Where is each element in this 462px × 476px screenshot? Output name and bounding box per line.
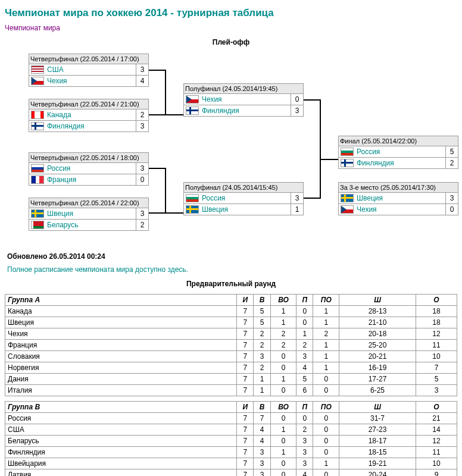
bracket: Четвертьфинал (22.05.2014 / 17:00) США3 … bbox=[5, 52, 457, 249]
flag-icon bbox=[186, 205, 199, 214]
team-name: Словакия bbox=[5, 351, 237, 362]
cell-pts: 11 bbox=[416, 340, 457, 351]
cell-lo: 1 bbox=[313, 317, 339, 328]
final: Финал (25.05.2014/22:00) Россия5 Финлянд… bbox=[338, 136, 458, 169]
cell-pts: 9 bbox=[416, 469, 457, 477]
table-row: Норвегия7204116-197 bbox=[5, 362, 457, 374]
score: 3 bbox=[291, 105, 303, 116]
cell-l: 3 bbox=[296, 351, 313, 362]
table-row: США7412027-2314 bbox=[5, 424, 457, 436]
team-link[interactable]: Чехия bbox=[201, 94, 291, 105]
team-link[interactable]: Швеция bbox=[46, 208, 136, 219]
table-row: Швейцария7303119-2110 bbox=[5, 458, 457, 469]
cell-wo: 0 bbox=[270, 351, 296, 362]
cell-g: 7 bbox=[237, 413, 254, 424]
cell-lo: 1 bbox=[313, 458, 339, 469]
col-w: В bbox=[254, 295, 271, 306]
team-link[interactable]: Беларусь bbox=[46, 220, 136, 230]
cell-lo: 1 bbox=[313, 362, 339, 374]
flag-icon bbox=[31, 221, 44, 229]
cell-g: 7 bbox=[237, 328, 254, 340]
team-link[interactable]: Россия bbox=[46, 163, 136, 174]
match-header: Полуфинал (24.05.2014/19:45) bbox=[184, 84, 303, 94]
cell-lo: 1 bbox=[313, 306, 339, 317]
cell-wo: 0 bbox=[270, 458, 296, 469]
updated-text: Обновлено 26.05.2014 00:24 bbox=[7, 252, 457, 261]
cell-g: 7 bbox=[237, 469, 254, 477]
group-b-table: Группа B И В ВО П ПО Ш О Россия7700031-7… bbox=[5, 401, 457, 476]
cell-gd: 28-13 bbox=[339, 306, 416, 317]
match-header: Финал (25.05.2014/22:00) bbox=[339, 136, 458, 146]
cell-l: 2 bbox=[296, 340, 313, 351]
cell-pts: 5 bbox=[416, 374, 457, 385]
cell-w: 3 bbox=[254, 458, 271, 469]
score: 1 bbox=[291, 204, 303, 215]
cell-pts: 3 bbox=[416, 385, 457, 396]
flag-icon bbox=[31, 209, 44, 218]
cell-gd: 20-18 bbox=[339, 328, 416, 340]
cell-gd: 31-7 bbox=[339, 413, 416, 424]
team-name: США bbox=[5, 424, 237, 436]
team-name: Россия bbox=[5, 413, 237, 424]
flag-icon bbox=[341, 205, 354, 214]
cell-gd: 16-19 bbox=[339, 362, 416, 374]
cell-w: 5 bbox=[254, 306, 271, 317]
cell-pts: 11 bbox=[416, 447, 457, 458]
cell-pts: 7 bbox=[416, 362, 457, 374]
team-name: Финляндия bbox=[5, 447, 237, 458]
team-link[interactable]: Финляндия bbox=[355, 158, 445, 168]
flag-icon bbox=[186, 107, 199, 115]
cell-wo: 2 bbox=[270, 340, 296, 351]
cell-wo: 0 bbox=[270, 385, 296, 396]
cell-l: 4 bbox=[296, 469, 313, 477]
quarterfinal-4: Четвертьфинал (22.05.2014 / 22:00) Швеци… bbox=[29, 198, 149, 231]
playoff-heading: Плей-офф bbox=[5, 38, 457, 46]
team-name: Чехия bbox=[5, 328, 237, 340]
match-header: Четвертьфинал (22.05.2014 / 18:00) bbox=[29, 153, 148, 163]
cell-wo: 1 bbox=[270, 374, 296, 385]
team-link[interactable]: Франция bbox=[46, 174, 136, 185]
col-l: П bbox=[296, 402, 313, 413]
team-name: Швеция bbox=[5, 317, 237, 328]
col-pts: О bbox=[416, 295, 457, 306]
team-link[interactable]: Чехия bbox=[355, 204, 445, 215]
match-header: Полуфинал (24.05.2014/15:45) bbox=[184, 183, 303, 193]
cell-l: 4 bbox=[296, 362, 313, 374]
col-w: В bbox=[254, 402, 271, 413]
team-link[interactable]: Россия bbox=[355, 146, 445, 157]
cell-gd: 19-21 bbox=[339, 458, 416, 469]
cell-w: 1 bbox=[254, 374, 271, 385]
table-row: Швеция7510121-1018 bbox=[5, 317, 457, 328]
score: 2 bbox=[136, 220, 148, 230]
quarterfinal-2: Четвертьфинал (22.05.2014 / 21:00) Канад… bbox=[29, 99, 149, 132]
team-link[interactable]: Швеция bbox=[355, 193, 445, 203]
team-link[interactable]: Финляндия bbox=[201, 105, 291, 116]
cell-wo: 1 bbox=[270, 447, 296, 458]
cell-w: 2 bbox=[254, 362, 271, 374]
table-row: Беларусь7403018-1712 bbox=[5, 436, 457, 447]
cell-g: 7 bbox=[237, 436, 254, 447]
cell-gd: 21-10 bbox=[339, 317, 416, 328]
team-link[interactable]: Швеция bbox=[201, 204, 291, 215]
team-link[interactable]: Чехия bbox=[46, 76, 136, 86]
team-name: Латвия bbox=[5, 469, 237, 477]
team-link[interactable]: США bbox=[46, 64, 136, 75]
cell-wo: 1 bbox=[270, 306, 296, 317]
cell-gd: 17-27 bbox=[339, 374, 416, 385]
team-link[interactable]: Россия bbox=[201, 193, 291, 203]
cell-g: 7 bbox=[237, 317, 254, 328]
team-link[interactable]: Финляндия bbox=[46, 121, 136, 131]
cell-lo: 0 bbox=[313, 447, 339, 458]
cell-lo: 0 bbox=[313, 413, 339, 424]
cell-pts: 14 bbox=[416, 424, 457, 436]
cell-lo: 1 bbox=[313, 351, 339, 362]
match-header: Четвертьфинал (22.05.2014 / 22:00) bbox=[29, 198, 148, 208]
cell-l: 1 bbox=[296, 328, 313, 340]
team-link[interactable]: Канада bbox=[46, 109, 136, 120]
cell-w: 4 bbox=[254, 424, 271, 436]
match-header: Четвертьфинал (22.05.2014 / 21:00) bbox=[29, 99, 148, 109]
score: 0 bbox=[445, 204, 458, 215]
schedule-link[interactable]: Полное расписание чемпионата мира доступ… bbox=[7, 265, 457, 274]
cell-pts: 21 bbox=[416, 413, 457, 424]
col-gd: Ш bbox=[339, 295, 416, 306]
